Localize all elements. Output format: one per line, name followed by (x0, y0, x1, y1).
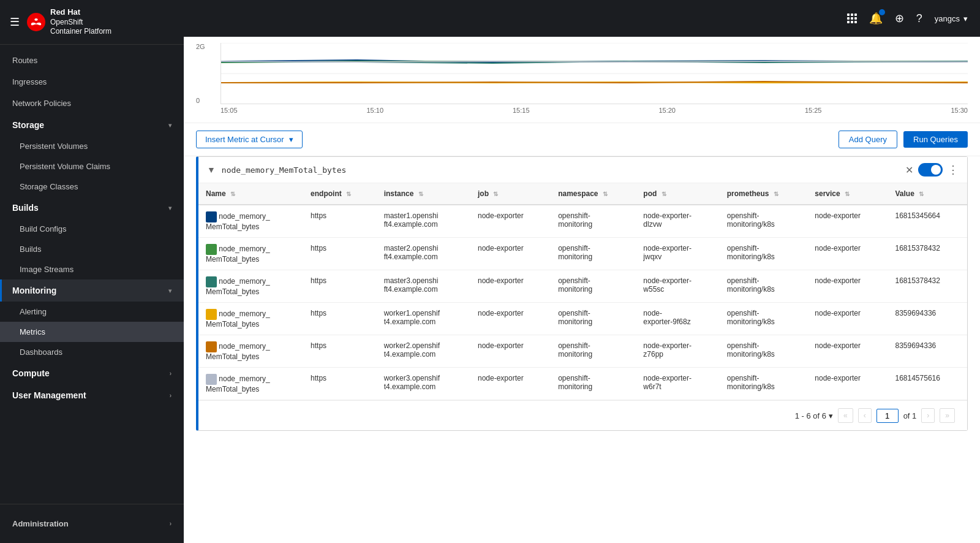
sidebar-item-builds[interactable]: Builds (0, 239, 184, 259)
add-icon[interactable]: ⊕ (895, 12, 904, 25)
color-swatch-0 (206, 211, 217, 222)
pagination-first-button[interactable]: « (838, 408, 853, 423)
sort-value-icon[interactable]: ⇅ (919, 191, 924, 197)
notification-bell-icon[interactable]: 🔔 (869, 12, 883, 25)
table-row: node_memory_MemTotal_bytes https master2… (198, 238, 967, 270)
sidebar-item-ingresses[interactable]: Ingresses (0, 71, 184, 93)
admin-chevron-icon: › (170, 520, 172, 527)
table-body: node_memory_MemTotal_bytes https master1… (198, 205, 967, 400)
query-input[interactable]: node_memory_MemTotal_bytes (222, 165, 899, 175)
query-block: ▼ node_memory_MemTotal_bytes ✕ ⋮ Name ⇅ … (196, 156, 968, 431)
insert-metric-chevron-icon: ▾ (289, 135, 293, 144)
cell-prometheus-1: openshift-monitoring/k8s (720, 238, 808, 270)
sidebar-item-network-policies[interactable]: Network Policies (0, 93, 184, 114)
pagination-prev-button[interactable]: ‹ (858, 408, 872, 423)
cell-service-2: node-exporter (807, 270, 888, 303)
cell-pod-3: node-exporter-9f68z (636, 303, 719, 335)
sidebar-section-builds[interactable]: Builds ▾ (0, 197, 184, 219)
sidebar-item-administration[interactable]: Administration › (12, 513, 172, 534)
sidebar-item-build-configs[interactable]: Build Configs (0, 219, 184, 239)
cell-value-1: 16815378432 (888, 238, 967, 270)
cell-service-1: node-exporter (807, 238, 888, 270)
user-menu[interactable]: yangcs ▾ (935, 14, 968, 23)
hamburger-icon[interactable]: ☰ (10, 15, 20, 29)
th-name: Name ⇅ (198, 183, 303, 205)
sidebar-item-dashboards[interactable]: Dashboards (0, 342, 184, 362)
sidebar-bottom: Administration › (0, 504, 184, 543)
query-close-button[interactable]: ✕ (905, 164, 913, 176)
sidebar-item-metrics[interactable]: Metrics (0, 322, 184, 342)
pagination-chevron-icon[interactable]: ▾ (829, 411, 833, 420)
sort-instance-icon[interactable]: ⇅ (418, 191, 423, 197)
sort-name-icon[interactable]: ⇅ (230, 191, 235, 197)
table-row: node_memory_MemTotal_bytes https master3… (198, 270, 967, 303)
sort-prometheus-icon[interactable]: ⇅ (774, 191, 778, 197)
query-actions: ✕ ⋮ (905, 163, 959, 177)
sidebar-item-persistent-volumes[interactable]: Persistent Volumes (0, 136, 184, 156)
cell-prometheus-4: openshift-monitoring/k8s (720, 335, 808, 368)
topbar: 🔔 ⊕ ? yangcs ▾ (184, 0, 980, 37)
insert-metric-button[interactable]: Insert Metric at Cursor ▾ (196, 131, 303, 148)
chart-x-labels: 15:05 15:10 15:15 15:20 15:25 15:30 (221, 104, 968, 114)
sidebar: ☰ Red Hat OpenShift Container Platform R… (0, 0, 184, 543)
query-toggle[interactable] (918, 163, 943, 177)
help-icon[interactable]: ? (916, 12, 922, 25)
cell-instance-1: master2.openshift4.example.com (377, 238, 470, 270)
query-collapse-button[interactable]: ▼ (207, 165, 216, 175)
color-swatch-1 (206, 244, 217, 255)
th-instance: instance ⇅ (377, 183, 470, 205)
sidebar-item-storage-classes[interactable]: Storage Classes (0, 177, 184, 197)
sidebar-section-user-management[interactable]: User Management › (0, 384, 184, 406)
sort-namespace-icon[interactable]: ⇅ (603, 191, 608, 197)
sidebar-item-persistent-volume-claims[interactable]: Persistent Volume Claims (0, 156, 184, 177)
sidebar-item-image-streams[interactable]: Image Streams (0, 259, 184, 279)
cell-endpoint-0: https (303, 205, 377, 238)
chart-y-labels: 2G 0 (196, 43, 205, 104)
pagination-next-button[interactable]: › (921, 408, 935, 423)
cell-endpoint-5: https (303, 368, 377, 400)
sidebar-nav: Routes Ingresses Network Policies Storag… (0, 45, 184, 504)
color-swatch-4 (206, 341, 217, 352)
sidebar-item-alerting[interactable]: Alerting (0, 302, 184, 322)
color-swatch-3 (206, 309, 217, 320)
cell-prometheus-2: openshift-monitoring/k8s (720, 270, 808, 303)
cell-value-4: 8359694336 (888, 335, 967, 368)
user-mgmt-chevron-icon: › (170, 392, 172, 399)
th-prometheus: prometheus ⇅ (720, 183, 808, 205)
th-endpoint: endpoint ⇅ (303, 183, 377, 205)
cell-name-0: node_memory_MemTotal_bytes (198, 205, 303, 238)
cell-endpoint-2: https (303, 270, 377, 303)
sort-service-icon[interactable]: ⇅ (845, 191, 850, 197)
cell-service-5: node-exporter (807, 368, 888, 400)
sort-pod-icon[interactable]: ⇅ (662, 191, 666, 197)
run-queries-button[interactable]: Run Queries (903, 131, 968, 148)
sidebar-section-compute[interactable]: Compute › (0, 362, 184, 384)
pagination-last-button[interactable]: » (940, 408, 955, 423)
add-query-button[interactable]: Add Query (839, 131, 897, 148)
sort-job-icon[interactable]: ⇅ (493, 191, 498, 197)
cell-namespace-1: openshift-monitoring (551, 238, 636, 270)
color-swatch-5 (206, 374, 217, 385)
pagination-page-input[interactable] (876, 409, 899, 423)
query-header: ▼ node_memory_MemTotal_bytes ✕ ⋮ (198, 157, 967, 183)
redhat-logo-circle (27, 13, 45, 31)
sidebar-header: ☰ Red Hat OpenShift Container Platform (0, 0, 184, 45)
sidebar-section-storage[interactable]: Storage ▾ (0, 114, 184, 136)
cell-prometheus-0: openshift-monitoring/k8s (720, 205, 808, 238)
query-more-button[interactable]: ⋮ (948, 163, 959, 177)
cell-value-5: 16814575616 (888, 368, 967, 400)
sort-endpoint-icon[interactable]: ⇅ (346, 191, 351, 197)
chart-svg (221, 43, 968, 104)
cell-job-4: node-exporter (470, 335, 551, 368)
th-pod: pod ⇅ (636, 183, 719, 205)
cell-endpoint-3: https (303, 303, 377, 335)
redhat-hat-icon (31, 17, 42, 28)
sidebar-section-monitoring[interactable]: Monitoring ▾ (0, 279, 184, 302)
cell-namespace-0: openshift-monitoring (551, 205, 636, 238)
sidebar-item-routes[interactable]: Routes (0, 50, 184, 71)
apps-grid-icon[interactable] (847, 13, 857, 23)
table-row: node_memory_MemTotal_bytes https worker3… (198, 368, 967, 400)
cell-instance-5: worker3.openshift4.example.com (377, 368, 470, 400)
cell-name-4: node_memory_MemTotal_bytes (198, 335, 303, 368)
cell-endpoint-1: https (303, 238, 377, 270)
